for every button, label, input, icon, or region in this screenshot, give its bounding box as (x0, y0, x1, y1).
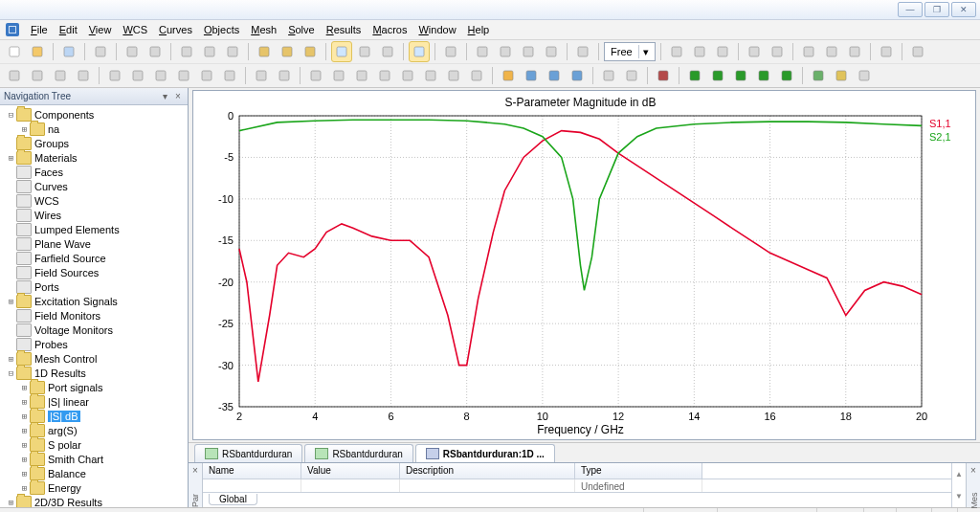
tree-node[interactable]: Faces (0, 165, 188, 179)
expand-icon[interactable]: ⊞ (6, 354, 16, 364)
shape3-icon[interactable] (518, 41, 539, 62)
pan-icon[interactable] (277, 41, 298, 62)
shape1-icon[interactable] (472, 41, 493, 62)
maximize-button[interactable]: ❐ (924, 2, 949, 17)
expand-icon[interactable]: ⊞ (19, 124, 30, 134)
tb2-icon-25[interactable] (521, 65, 542, 86)
menu-macros[interactable]: Macros (367, 21, 412, 38)
tree-node[interactable]: ⊟Components (0, 107, 188, 122)
print-icon[interactable] (90, 41, 111, 62)
tree-node[interactable]: ⊞Energy (0, 480, 188, 495)
tb2-icon-36[interactable] (730, 65, 751, 86)
menu-wcs[interactable]: WCS (117, 21, 153, 38)
tb2-icon-15[interactable] (305, 65, 326, 86)
tree-node[interactable]: ⊞|S| dB (0, 409, 188, 423)
tb2-icon-6[interactable] (127, 65, 148, 86)
shape4-icon[interactable] (541, 41, 562, 62)
scroll-up-icon[interactable]: ▲ (952, 463, 966, 485)
menu-results[interactable]: Results (321, 21, 368, 38)
select-icon[interactable] (409, 41, 430, 62)
t2-icon[interactable] (767, 41, 788, 62)
tree-node[interactable]: Field Sources (0, 265, 188, 279)
rotate-icon[interactable] (254, 41, 275, 62)
copy-icon[interactable] (176, 41, 197, 62)
nav-close-icon[interactable]: × (172, 91, 184, 102)
open-icon[interactable] (27, 41, 48, 62)
props-close-icon-2[interactable]: × (970, 465, 976, 476)
tree-node[interactable]: Ports (0, 279, 188, 294)
tree-node[interactable]: ⊞na (0, 122, 188, 136)
tree-node[interactable]: Curves (0, 179, 188, 193)
tb2-icon-10[interactable] (219, 65, 240, 86)
props-col-type[interactable]: Type (575, 463, 702, 479)
tree-node[interactable]: Plane Wave (0, 236, 188, 251)
tb2-icon-18[interactable] (374, 65, 395, 86)
expand-icon[interactable]: ⊞ (19, 483, 30, 493)
menu-solve[interactable]: Solve (282, 21, 321, 38)
tb2-icon-38[interactable] (776, 65, 797, 86)
expand-icon[interactable]: ⊞ (6, 153, 16, 163)
tb2-icon-7[interactable] (150, 65, 171, 86)
tb2-icon-42[interactable] (854, 65, 875, 86)
tb2-icon-2[interactable] (50, 65, 71, 86)
del-icon[interactable] (876, 41, 897, 62)
tb2-icon-26[interactable] (544, 65, 565, 86)
navigation-tree[interactable]: ⊟Components⊞naGroups⊞MaterialsFacesCurve… (0, 105, 188, 507)
props-col-name[interactable]: Name (203, 463, 301, 479)
t1-icon[interactable] (744, 41, 765, 62)
shade-icon[interactable] (572, 41, 593, 62)
snap-mode-combo[interactable]: Free▾ (604, 42, 656, 61)
expand-icon[interactable]: ⊞ (19, 397, 30, 407)
tb2-icon-29[interactable] (598, 65, 619, 86)
tb2-icon-40[interactable] (808, 65, 829, 86)
props-global-tab[interactable]: Global (209, 494, 257, 505)
tree-node[interactable]: Field Monitors (0, 308, 188, 323)
expand-icon[interactable]: ⊞ (19, 469, 30, 479)
menu-help[interactable]: Help (462, 21, 496, 38)
expand-icon[interactable]: ⊞ (19, 383, 30, 392)
undo-icon[interactable] (122, 41, 143, 62)
tree-node[interactable]: ⊞Smith Chart (0, 452, 188, 466)
tree-node[interactable]: Groups (0, 136, 188, 150)
collapse-icon[interactable]: ⊟ (6, 368, 16, 378)
m1-icon[interactable] (798, 41, 819, 62)
cut-icon[interactable] (222, 41, 243, 62)
tb2-icon-27[interactable] (567, 65, 588, 86)
expand-icon[interactable]: ⊞ (6, 498, 16, 507)
m2-icon[interactable] (821, 41, 842, 62)
tb2-icon-5[interactable] (104, 65, 125, 86)
redo-icon[interactable] (145, 41, 166, 62)
expand-icon[interactable]: ⊞ (19, 412, 30, 421)
tree-node[interactable]: ⊞|S| linear (0, 394, 188, 409)
props-mes-label[interactable]: Mes (969, 492, 978, 508)
menu-window[interactable]: Window (412, 21, 461, 38)
close-button[interactable]: ✕ (951, 2, 976, 17)
props-col-value[interactable]: Value (301, 463, 400, 479)
doc-tab[interactable]: RSbantdurduran:1D ... (415, 444, 555, 462)
menu-view[interactable]: View (83, 21, 118, 38)
expand-icon[interactable]: ⊞ (19, 426, 30, 435)
zoom-ext-icon[interactable] (354, 41, 375, 62)
new-icon[interactable] (4, 41, 25, 62)
tb2-icon-8[interactable] (173, 65, 194, 86)
nav-pin-icon[interactable]: ▾ (159, 91, 170, 102)
tb2-icon-3[interactable] (73, 65, 94, 86)
tb2-icon-24[interactable] (498, 65, 519, 86)
tree-node[interactable]: WCS (0, 193, 188, 208)
tb2-icon-41[interactable] (831, 65, 852, 86)
tb2-icon-0[interactable] (4, 65, 25, 86)
tree-node[interactable]: Voltage Monitors (0, 323, 188, 337)
props-close-icon[interactable]: × (192, 465, 198, 476)
tb2-icon-20[interactable] (420, 65, 441, 86)
menu-curves[interactable]: Curves (153, 21, 198, 38)
tree-node[interactable]: ⊞Excitation Signals (0, 294, 188, 308)
tree-node[interactable]: ⊟1D Results (0, 366, 188, 380)
tb2-icon-13[interactable] (274, 65, 295, 86)
doc-tab[interactable]: RSbantdurduran (304, 444, 412, 462)
grid-icon[interactable] (666, 41, 687, 62)
props-col-description[interactable]: Description (400, 463, 575, 479)
tb2-icon-17[interactable] (351, 65, 372, 86)
tb2-icon-22[interactable] (466, 65, 487, 86)
axis-icon[interactable] (689, 41, 710, 62)
save-icon[interactable] (58, 41, 79, 62)
